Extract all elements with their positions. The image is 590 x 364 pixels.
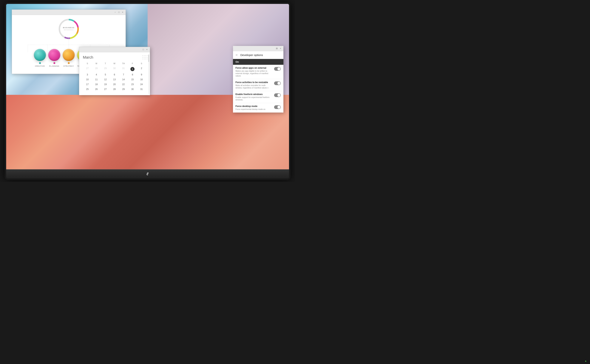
- svg-point-6: [62, 22, 76, 36]
- monitor: − □ ×: [5, 2, 291, 180]
- svg-text:INFOGRAPHIC: INFOGRAPHIC: [64, 29, 74, 30]
- cal-header-th: TH: [119, 62, 128, 65]
- dev-maximize-btn[interactable]: ⊟: [276, 47, 278, 50]
- cal-cell[interactable]: 26: [92, 87, 101, 91]
- toggle-4[interactable]: [274, 105, 281, 109]
- creative-dot: [39, 62, 41, 64]
- dot: [144, 55, 145, 56]
- strategy-dot: [68, 62, 70, 64]
- cal-cell[interactable]: 20: [110, 82, 119, 86]
- dev-status-bar: On: [233, 59, 283, 65]
- cal-cell[interactable]: 11: [92, 78, 101, 82]
- creative-label: CREATIVE: [35, 65, 45, 67]
- dev-item-2-title: Force activities to be resizable: [236, 81, 272, 84]
- dot: [147, 55, 148, 56]
- dot: [142, 57, 143, 58]
- cal-cell[interactable]: 4: [92, 73, 101, 77]
- dev-item-3-desc: Enable support for experimental freeform…: [236, 96, 272, 101]
- hp-logo: ℓ: [146, 172, 149, 176]
- dev-item-4-desc: Force experimental destop mode on: [236, 108, 272, 110]
- cal-cell[interactable]: 18: [92, 82, 101, 86]
- cal-header-f: F: [128, 62, 137, 65]
- cal-week-2: 3 4 5 6 7 8 9: [83, 73, 146, 77]
- cal-cell[interactable]: 2: [137, 66, 146, 72]
- calendar-dots: [142, 55, 148, 59]
- monitor-base: ℓ: [6, 169, 289, 178]
- cal-cell[interactable]: 9: [137, 73, 146, 77]
- cal-cell[interactable]: 5: [101, 73, 110, 77]
- dev-item-2-desc: Make all activities resizable for multi-…: [236, 84, 272, 89]
- cal-cell[interactable]: 31: [137, 87, 146, 91]
- cal-cell[interactable]: 31: [119, 66, 128, 72]
- dot: [144, 58, 145, 59]
- cal-cell[interactable]: 29: [119, 87, 128, 91]
- dot: [142, 58, 143, 59]
- dev-back-button[interactable]: ←: [235, 53, 239, 57]
- dot: [144, 57, 145, 58]
- cal-cell[interactable]: 13: [110, 78, 119, 82]
- cal-week-3: 10 11 12 13 14 15 16: [83, 78, 146, 82]
- cal-cell[interactable]: 27: [83, 66, 92, 72]
- dev-header: ← Developer options: [233, 51, 283, 59]
- planning-dot: [53, 62, 55, 64]
- cal-cell[interactable]: 10: [83, 78, 92, 82]
- screen: − □ ×: [6, 4, 289, 169]
- toggle-2[interactable]: [274, 81, 281, 85]
- cal-header-t: T: [101, 62, 110, 65]
- cal-week-4: 17 18 19 20 22 23 24: [83, 82, 146, 86]
- cal-cell[interactable]: 29: [101, 66, 110, 72]
- calendar-scrollbar[interactable]: [148, 54, 149, 94]
- dev-item-4-title: Force desktop mode: [236, 105, 272, 108]
- dot: [147, 57, 148, 58]
- cal-cell[interactable]: 30: [110, 66, 119, 72]
- planning-label: PLANNING: [49, 65, 60, 67]
- scrollbar-thumb[interactable]: [148, 54, 149, 62]
- maximize-btn[interactable]: □: [118, 11, 120, 13]
- presentation-titlebar: − □ ×: [12, 10, 126, 15]
- cal-header-s2: S: [137, 62, 146, 65]
- toggle-1[interactable]: [274, 67, 281, 71]
- cal-cell[interactable]: 28: [110, 87, 119, 91]
- cal-cell[interactable]: 6: [110, 73, 119, 77]
- strategy-ball: [63, 49, 75, 61]
- cal-cell[interactable]: 15: [128, 78, 137, 82]
- cal-close-btn[interactable]: ×: [146, 48, 148, 51]
- cal-header-w: W: [110, 62, 119, 65]
- cal-maximize-btn[interactable]: □: [142, 48, 145, 51]
- dot: [147, 58, 148, 59]
- calendar-window: □ × March: [79, 47, 150, 95]
- cal-cell[interactable]: 22: [119, 82, 128, 86]
- circle-creative: CREATIVE: [34, 49, 46, 67]
- dev-item-3: Enable freeform windows Enable support f…: [233, 91, 283, 103]
- cal-header-s: S: [83, 62, 92, 65]
- ring-chart: BUSINESS INFOGRAPHIC: [58, 18, 80, 40]
- dev-item-1-title: Force allow apps on external: [236, 67, 272, 69]
- dot: [142, 55, 143, 56]
- dev-item-2: Force activities to be resizable Make al…: [233, 79, 283, 91]
- toggle-3[interactable]: [274, 93, 281, 97]
- cal-cell[interactable]: 12: [101, 78, 110, 82]
- close-btn[interactable]: ×: [121, 11, 124, 13]
- cal-cell-today[interactable]: 1: [128, 66, 137, 72]
- cal-cell[interactable]: 30: [128, 87, 137, 91]
- calendar-month: March: [83, 55, 146, 59]
- minimize-btn[interactable]: −: [114, 11, 117, 13]
- cal-cell[interactable]: 25: [83, 87, 92, 91]
- cal-cell[interactable]: 14: [119, 78, 128, 82]
- calendar-grid: S M T W TH F S 27 28 29 30 31: [83, 62, 146, 91]
- cal-cell[interactable]: 28: [92, 66, 101, 72]
- dot: [145, 58, 146, 59]
- cal-cell[interactable]: 3: [83, 73, 92, 77]
- cal-header-row: S M T W TH F S: [83, 62, 146, 65]
- cal-cell[interactable]: 19: [101, 82, 110, 86]
- cal-cell[interactable]: 16: [137, 78, 146, 82]
- cal-cell[interactable]: 17: [83, 82, 92, 86]
- cal-cell[interactable]: 27: [101, 87, 110, 91]
- cal-cell[interactable]: 23: [128, 82, 137, 86]
- cal-cell[interactable]: 7: [119, 73, 128, 77]
- cal-cell[interactable]: 24: [137, 82, 146, 86]
- dev-item-1-desc: Makes any app eligible to be written to …: [236, 70, 272, 77]
- dev-item-1-text: Force allow apps on external Makes any a…: [236, 67, 272, 77]
- cal-cell[interactable]: 8: [128, 73, 137, 77]
- dev-close-btn[interactable]: ×: [279, 47, 282, 50]
